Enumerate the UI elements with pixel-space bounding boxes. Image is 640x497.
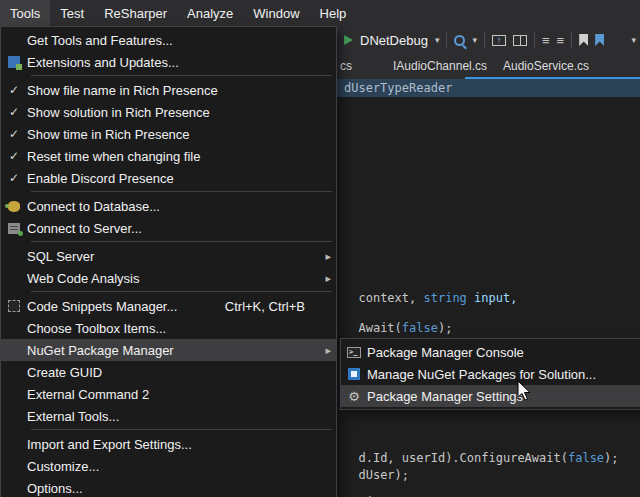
menu-item-package-manager-console[interactable]: >_ Package Manager Console	[341, 341, 640, 363]
toolbar-separator	[571, 32, 572, 48]
menu-item-choose-toolbox-items[interactable]: Choose Toolbox Items...	[1, 317, 336, 339]
submenu-arrow-icon: ▸	[315, 273, 331, 284]
toolbar-separator	[446, 32, 447, 48]
vs-ide-window: { "theme": { "accent_blue": "#3a96dd", "…	[0, 0, 640, 497]
menu-item-import-and-export-settings[interactable]: Import and Export Settings...	[1, 433, 336, 455]
menu-separator	[31, 291, 332, 292]
toolbar-separator	[534, 32, 535, 48]
code-line: Await(false);	[344, 307, 452, 335]
debug-target-chevron-icon[interactable]: ▾	[435, 36, 440, 45]
code-line: context, string input,	[344, 277, 517, 305]
menu-item-connect-to-database[interactable]: Connect to Database...	[1, 195, 336, 217]
tab-audioservice[interactable]: AudioService.cs	[503, 54, 589, 77]
toolbar-overflow-icon[interactable]: ▾	[631, 36, 636, 45]
menubar-item-analyze[interactable]: Analyze	[177, 0, 243, 26]
nuget-package-icon	[348, 368, 360, 380]
menu-item-get-tools-and-features[interactable]: Get Tools and Features...	[1, 29, 336, 51]
find-chevron-icon[interactable]: ▾	[472, 36, 477, 45]
menu-item-code-snippets-manager[interactable]: Code Snippets Manager... Ctrl+K, Ctrl+B	[1, 295, 336, 317]
deploy-icon[interactable]: ↑	[492, 35, 506, 46]
menu-item-show-file-name-rich-presence[interactable]: ✓ Show file name in Rich Presence	[1, 79, 336, 101]
menubar-item-test[interactable]: Test	[50, 0, 94, 26]
menu-item-options[interactable]: Options...	[1, 477, 336, 497]
menubar-item-window[interactable]: Window	[243, 0, 309, 26]
submenu-arrow-icon: ▸	[315, 345, 331, 356]
menu-item-web-code-analysis[interactable]: Web Code Analysis ▸	[1, 267, 336, 289]
menu-separator	[31, 241, 332, 242]
nuget-submenu: >_ Package Manager Console Manage NuGet …	[340, 338, 640, 410]
submenu-arrow-icon: ▸	[315, 251, 331, 262]
menu-separator	[31, 429, 332, 430]
menubar-item-help[interactable]: Help	[310, 0, 357, 26]
checkmark-icon: ✓	[9, 172, 19, 184]
window-columns-icon[interactable]	[513, 35, 527, 46]
menu-item-show-time-rich-presence[interactable]: ✓ Show time in Rich Presence	[1, 123, 336, 145]
menubar-item-resharper[interactable]: ReSharper	[94, 0, 177, 26]
move-lines-up-icon[interactable]: ≡	[542, 34, 550, 47]
menu-separator	[31, 191, 332, 192]
database-icon	[8, 201, 20, 212]
bookmark-icon[interactable]	[579, 34, 588, 46]
menu-item-reset-time-when-changing-file[interactable]: ✓ Reset time when changing file	[1, 145, 336, 167]
tab-document-partial[interactable]: cs	[340, 54, 352, 77]
menu-item-external-tools[interactable]: External Tools...	[1, 405, 336, 427]
menu-item-create-guid[interactable]: Create GUID	[1, 361, 336, 383]
menu-item-enable-discord-presence[interactable]: ✓ Enable Discord Presence	[1, 167, 336, 189]
code-line: dUser);	[344, 454, 409, 482]
menu-bar: Tools Test ReSharper Analyze Window Help	[0, 0, 640, 26]
start-debug-icon[interactable]	[344, 35, 353, 45]
flag-icon[interactable]	[595, 34, 604, 46]
find-icon[interactable]	[454, 35, 465, 46]
menu-shortcut: Ctrl+K, Ctrl+B	[225, 299, 305, 314]
menu-item-manage-nuget-packages-for-solution[interactable]: Manage NuGet Packages for Solution...	[341, 363, 640, 385]
menu-item-external-command-2[interactable]: External Command 2	[1, 383, 336, 405]
checkmark-icon: ✓	[9, 150, 19, 162]
console-icon: >_	[347, 347, 361, 358]
menu-item-customize[interactable]: Customize...	[1, 455, 336, 477]
code-snippets-icon	[8, 300, 20, 312]
code-line: se);	[338, 481, 381, 497]
menu-item-package-manager-settings[interactable]: ⚙ Package Manager Settings	[341, 385, 640, 407]
toolbar-separator	[484, 32, 485, 48]
tab-iaudiochannel[interactable]: IAudioChannel.cs	[393, 54, 487, 77]
server-icon	[8, 223, 20, 234]
debug-target-label[interactable]: DNetDebug	[360, 33, 428, 48]
checkmark-icon: ✓	[9, 84, 19, 96]
menu-item-nuget-package-manager[interactable]: NuGet Package Manager ▸	[1, 339, 336, 361]
checkmark-icon: ✓	[9, 128, 19, 140]
checkmark-icon: ✓	[9, 106, 19, 118]
menubar-item-tools[interactable]: Tools	[0, 0, 50, 26]
nav-class-name[interactable]: dUserTypeReader	[344, 79, 452, 97]
extensions-icon	[8, 56, 20, 68]
menu-separator	[31, 75, 332, 76]
move-lines-down-icon[interactable]: ≡	[557, 34, 565, 47]
menu-item-show-solution-rich-presence[interactable]: ✓ Show solution in Rich Presence	[1, 101, 336, 123]
menu-item-connect-to-server[interactable]: Connect to Server...	[1, 217, 336, 239]
mouse-cursor	[517, 380, 533, 406]
tools-menu: Get Tools and Features... Extensions and…	[0, 26, 337, 497]
gear-icon: ⚙	[348, 390, 360, 403]
menu-item-extensions-and-updates[interactable]: Extensions and Updates...	[1, 51, 336, 73]
menu-item-sql-server[interactable]: SQL Server ▸	[1, 245, 336, 267]
